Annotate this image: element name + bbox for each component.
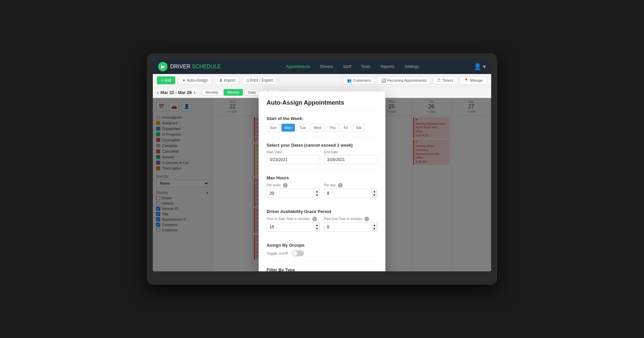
main-nav: Appointments Drivers Staff Tools Reports…: [231, 62, 474, 71]
auto-assign-modal: Auto-Assign Appointments Start of the We…: [259, 91, 385, 271]
day-btn-mon[interactable]: Mon: [281, 124, 295, 132]
prior-start-label: Prior to Start Time in minutes:: [267, 217, 311, 221]
day-btn-sun[interactable]: Sun: [267, 124, 280, 132]
nav-tools[interactable]: Tools: [356, 62, 375, 71]
past-end-up-arrow[interactable]: ▲: [372, 224, 377, 227]
past-end-label: Past End Time in minutes:: [324, 217, 363, 221]
end-date-input[interactable]: [324, 155, 377, 164]
day-btn-sat[interactable]: Sat: [353, 124, 365, 132]
day-selector: Sun Mon Tue Wed Thu Fri Sat: [267, 124, 377, 132]
add-button[interactable]: + Add: [157, 76, 175, 84]
past-end-info-icon[interactable]: i: [364, 217, 369, 221]
next-week-arrow[interactable]: ›: [194, 90, 196, 95]
calendar-range: Mar 22 - Mar 28: [160, 90, 192, 95]
recurring-appointments-button[interactable]: 🔄 Recurring Appointments: [377, 76, 431, 85]
filter-type-label: Filter By Type: [267, 267, 377, 271]
nav-reports[interactable]: Reports: [376, 62, 399, 71]
prev-week-arrow[interactable]: ‹: [157, 90, 158, 95]
prior-start-up-arrow[interactable]: ▲: [315, 224, 319, 227]
mileage-icon: 📍: [464, 78, 468, 83]
start-date-input[interactable]: [267, 155, 320, 164]
recurring-icon: 🔄: [381, 78, 386, 83]
nav-settings[interactable]: Settings: [400, 62, 423, 71]
day-btn-fri[interactable]: Fri: [340, 124, 351, 132]
day-btn-tue[interactable]: Tue: [296, 124, 309, 132]
mileage-button[interactable]: 📍 Mileage: [459, 76, 487, 85]
timers-button[interactable]: ⏱ Timers: [433, 76, 457, 85]
customers-icon: 👥: [347, 78, 352, 83]
per-week-label: Per week:: [267, 183, 281, 187]
prior-start-down-arrow[interactable]: ▼: [315, 227, 319, 231]
auto-assign-button[interactable]: ✦ Auto-Assign: [178, 76, 212, 85]
per-week-down-arrow[interactable]: ▼: [315, 194, 319, 197]
weekly-view-button[interactable]: Weekly: [224, 89, 243, 96]
select-dates-label: Select your Dates (cannot exceed 1 week): [267, 143, 377, 148]
grace-period-label: Driver Availability Grace Period: [267, 209, 377, 214]
modal-overlay: Auto-Assign Appointments Start of the We…: [153, 98, 491, 271]
per-day-info-icon[interactable]: i: [338, 183, 343, 188]
customers-button[interactable]: 👥 Customers: [343, 76, 375, 85]
nav-drivers[interactable]: Drivers: [316, 62, 338, 71]
user-menu-icon[interactable]: 👤 ▾: [474, 63, 486, 70]
nav-appointments[interactable]: Appointments: [281, 62, 315, 71]
import-button[interactable]: ⬇ Import: [215, 76, 239, 85]
day-btn-wed[interactable]: Wed: [311, 124, 325, 132]
prior-start-input[interactable]: [267, 222, 320, 232]
assign-groups-toggle-label: Toggle on/off:: [267, 251, 289, 255]
per-week-input[interactable]: [267, 189, 320, 198]
max-hours-label: Max Hours: [267, 175, 377, 180]
per-week-info-icon[interactable]: i: [283, 183, 288, 188]
start-date-label: Start Date:: [267, 150, 320, 154]
start-of-week-label: Start of the Week:: [267, 116, 377, 121]
logo-icon: ▶: [158, 62, 168, 71]
per-day-up-arrow[interactable]: ▲: [372, 190, 377, 193]
past-end-down-arrow[interactable]: ▼: [372, 227, 377, 231]
nav-staff[interactable]: Staff: [338, 62, 356, 71]
assign-groups-label: Assign By Groups: [267, 243, 377, 248]
per-day-down-arrow[interactable]: ▼: [372, 194, 377, 197]
assign-groups-toggle[interactable]: [292, 250, 304, 256]
daily-view-button[interactable]: Daily: [244, 89, 260, 96]
end-date-label: End Date:: [324, 150, 377, 154]
timers-icon: ⏱: [437, 78, 441, 82]
print-export-button[interactable]: ⎙ Print / Export: [242, 76, 278, 85]
day-btn-thu[interactable]: Thu: [326, 124, 339, 132]
monthly-view-button[interactable]: Monthly: [202, 89, 222, 96]
past-end-input[interactable]: [324, 222, 377, 232]
per-week-up-arrow[interactable]: ▲: [315, 190, 319, 193]
modal-title: Auto-Assign Appointments: [267, 99, 377, 111]
logo: ▶ DRIVER SCHEDULE: [158, 62, 221, 71]
per-day-label: Per day:: [324, 183, 336, 187]
calendar-nav: ‹ Mar 22 - Mar 28 ›: [157, 90, 195, 95]
per-day-input[interactable]: [324, 189, 377, 198]
prior-start-info-icon[interactable]: i: [312, 217, 317, 221]
logo-driver: DRIVER SCHEDULE: [170, 64, 221, 70]
